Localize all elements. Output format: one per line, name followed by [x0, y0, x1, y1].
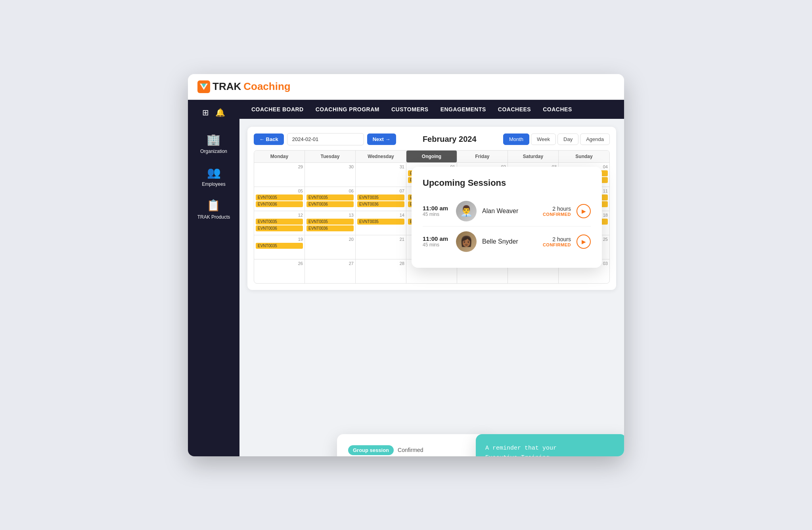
top-navigation: COACHEE BOARD COACHING PROGRAM CUSTOMERS…	[239, 100, 624, 119]
main-content: COACHEE BOARD COACHING PROGRAM CUSTOMERS…	[239, 100, 624, 456]
sidebar-item-trak-products[interactable]: 📋 TRAK Products	[197, 199, 230, 220]
session-mins-1: 45 mins	[423, 212, 450, 217]
session-name-1: Alan Weaver	[482, 208, 537, 215]
calendar-nav-left: ← Back Next →	[254, 133, 396, 145]
upcoming-session-row-2: 11:00 am 45 mins 👩🏾 Belle Snyder 2 hours…	[423, 227, 591, 257]
day-header-monday: Monday	[254, 151, 305, 162]
cal-cell: 07EVNT0035EVNT0036	[356, 187, 406, 211]
calendar-title: February 2024	[423, 135, 477, 144]
bell-icon[interactable]: 🔔	[215, 108, 225, 117]
calendar-days-header: Monday Tuesday Wednesday Ongoing Friday …	[254, 151, 609, 162]
session-time-block-1: 11:00 am 45 mins	[423, 205, 450, 217]
sidebar: ⊞ 🔔 🏢 Organization 👥 Employees 📋 TRAK Pr…	[188, 100, 239, 456]
sidebar-item-label-employees: Employees	[202, 181, 225, 187]
products-icon: 📋	[207, 199, 220, 212]
session-time-block-2: 11:00 am 45 mins	[423, 235, 450, 248]
sidebar-item-label-organization: Organization	[200, 149, 227, 154]
day-header-ongoing: Ongoing	[406, 151, 457, 162]
cal-cell: 19EVNT0035	[254, 235, 305, 259]
sidebar-item-employees[interactable]: 👥 Employees	[202, 166, 225, 187]
view-week-button[interactable]: Week	[531, 133, 556, 145]
cal-cell: 14EVNT0035	[356, 211, 406, 235]
upcoming-sessions-card: Upcoming Sessions 11:00 am 45 mins 👨‍💼 A…	[412, 167, 602, 268]
organization-icon: 🏢	[207, 133, 220, 146]
play-button-1[interactable]: ▶	[576, 204, 591, 218]
play-button-2[interactable]: ▶	[576, 234, 591, 249]
app-layout: ⊞ 🔔 🏢 Organization 👥 Employees 📋 TRAK Pr…	[188, 100, 624, 456]
cal-cell: 12EVNT0035EVNT0036	[254, 211, 305, 235]
cal-cell: 31	[356, 163, 406, 187]
nav-coachees[interactable]: COACHEES	[498, 106, 531, 112]
cal-cell: 27	[305, 259, 356, 283]
employees-icon: 👥	[207, 166, 221, 179]
sidebar-top-icons: ⊞ 🔔	[202, 108, 225, 117]
day-header-saturday: Saturday	[508, 151, 559, 162]
cal-cell: 13EVNT0035EVNT0036	[305, 211, 356, 235]
view-agenda-button[interactable]: Agenda	[580, 133, 610, 145]
session-mins-2: 45 mins	[423, 242, 450, 248]
cal-cell: 26	[254, 259, 305, 283]
session-time-2: 11:00 am	[423, 235, 450, 242]
calendar-container: ← Back Next → February 2024 Month Week D…	[247, 127, 616, 290]
cal-cell: 05EVNT0035EVNT0036	[254, 187, 305, 211]
session-hours-1: 2 hours	[543, 206, 571, 212]
session-duration-block-1: 2 hours CONFIRMED	[543, 206, 571, 217]
view-month-button[interactable]: Month	[503, 133, 529, 145]
next-button[interactable]: Next →	[367, 133, 396, 145]
nav-coachee-board[interactable]: COACHEE BOARD	[251, 106, 304, 112]
day-header-friday: Friday	[457, 151, 508, 162]
sidebar-item-label-products: TRAK Products	[197, 214, 230, 220]
session-status-1: CONFIRMED	[543, 212, 571, 217]
group-session-badge: Group session	[348, 445, 394, 455]
calendar-header: ← Back Next → February 2024 Month Week D…	[254, 133, 610, 145]
upcoming-sessions-title: Upcoming Sessions	[423, 178, 591, 188]
session-detail-card: Group session Confirmed Executive Traini…	[337, 434, 488, 456]
reminder-tooltip: A reminder that yourExecutive TrainingGr…	[476, 434, 624, 456]
back-button[interactable]: ← Back	[254, 133, 284, 145]
browser-frame: TRAKCoaching ⊞ 🔔 🏢 Organization 👥 Employ…	[188, 74, 624, 456]
nav-coaching-program[interactable]: COACHING PROGRAM	[316, 106, 379, 112]
reminder-text: A reminder that yourExecutive TrainingGr…	[485, 445, 575, 456]
logo-bar: TRAKCoaching	[188, 74, 624, 100]
session-duration-block-2: 2 hours CONFIRMED	[543, 236, 571, 247]
session-card-header: Group session Confirmed	[348, 445, 477, 455]
session-status-2: CONFIRMED	[543, 242, 571, 247]
logo-coaching-text: Coaching	[243, 80, 290, 93]
day-header-sunday: Sunday	[559, 151, 609, 162]
logo-icon	[197, 80, 210, 93]
cal-cell: 21	[356, 235, 406, 259]
day-header-tuesday: Tuesday	[305, 151, 356, 162]
logo: TRAKCoaching	[197, 80, 291, 93]
day-header-wednesday: Wednesday	[356, 151, 406, 162]
cal-cell: 30	[305, 163, 356, 187]
logo-trak-text: TRAK	[213, 80, 241, 93]
avatar-alan-weaver: 👨‍💼	[456, 201, 477, 221]
cal-cell: 06EVNT0035EVNT0036	[305, 187, 356, 211]
sidebar-item-organization[interactable]: 🏢 Organization	[200, 133, 227, 154]
confirmed-badge: Confirmed	[398, 447, 423, 453]
cal-cell: 29	[254, 163, 305, 187]
cal-cell: 20	[305, 235, 356, 259]
view-day-button[interactable]: Day	[557, 133, 578, 145]
nav-customers[interactable]: CUSTOMERS	[391, 106, 429, 112]
grid-icon[interactable]: ⊞	[202, 108, 209, 117]
calendar-view-buttons: Month Week Day Agenda	[503, 133, 610, 145]
cal-cell: 28	[356, 259, 406, 283]
session-hours-2: 2 hours	[543, 236, 571, 242]
upcoming-session-row-1: 11:00 am 45 mins 👨‍💼 Alan Weaver 2 hours…	[423, 196, 591, 227]
date-input[interactable]	[287, 133, 364, 145]
nav-coaches[interactable]: COACHES	[543, 106, 572, 112]
session-name-2: Belle Snyder	[482, 238, 537, 245]
session-time-1: 11:00 am	[423, 205, 450, 212]
avatar-belle-snyder: 👩🏾	[456, 231, 477, 252]
nav-engagements[interactable]: ENGAGEMENTS	[440, 106, 486, 112]
